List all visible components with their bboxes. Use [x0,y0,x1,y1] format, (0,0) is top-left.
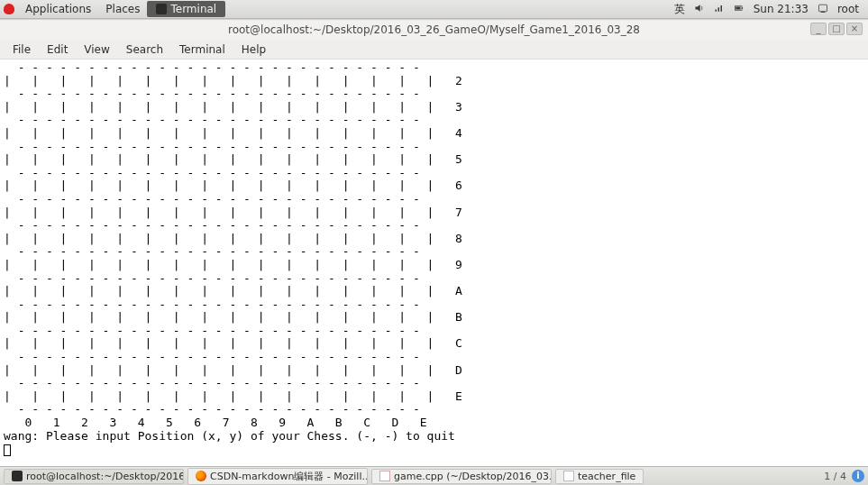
clock[interactable]: Sun 21:33 [754,3,809,15]
active-app-label: Terminal [170,3,216,15]
active-app-indicator[interactable]: Terminal [147,1,225,17]
top-panel: Applications Places Terminal 英 Sun 21:33… [0,0,868,19]
terminal-viewport[interactable]: - - - - - - - - - - - - - - - - - - - - … [0,59,868,466]
terminal-icon [156,4,167,14]
bottom-taskbar: root@localhost:~/Desktop/2016... CSDN-ma… [0,466,868,485]
ime-indicator[interactable]: 英 [674,2,685,17]
applications-menu[interactable]: Applications [18,3,98,15]
network-icon[interactable] [714,3,725,16]
window-titlebar[interactable]: root@localhost:~/Desktop/2016_03_26_Game… [0,20,868,40]
terminal-output: - - - - - - - - - - - - - - - - - - - - … [4,61,864,456]
svg-rect-2 [720,5,722,12]
terminal-icon [12,471,23,481]
svg-rect-1 [717,7,719,12]
svg-rect-7 [821,11,826,12]
terminal-cursor [4,444,11,456]
svg-rect-0 [715,9,717,11]
gedit-icon [379,471,390,481]
system-tray: 英 Sun 21:33 root [674,2,864,17]
task-label: game.cpp (~/Desktop/2016_03.... [394,471,552,482]
task-gedit[interactable]: game.cpp (~/Desktop/2016_03.... [371,469,552,484]
task-firefox[interactable]: CSDN-markdown编辑器 - Mozill... [187,468,368,485]
task-document[interactable]: teacher_file [555,469,644,484]
task-terminal[interactable]: root@localhost:~/Desktop/2016... [4,469,184,484]
places-menu[interactable]: Places [98,3,147,15]
user-label[interactable]: root [837,3,859,15]
menu-search[interactable]: Search [119,41,170,58]
svg-rect-6 [818,5,827,12]
task-label: root@localhost:~/Desktop/2016... [26,471,184,482]
menu-edit[interactable]: Edit [40,41,75,58]
svg-rect-4 [742,7,743,9]
minimize-button[interactable]: _ [810,23,827,35]
battery-icon[interactable] [734,3,745,16]
window-title: root@localhost:~/Desktop/2016_03_26_Game… [228,23,640,36]
terminal-window: root@localhost:~/Desktop/2016_03_26_Game… [0,19,868,466]
menu-help[interactable]: Help [234,41,273,58]
menubar: File Edit View Search Terminal Help [0,40,868,59]
menu-view[interactable]: View [77,41,116,58]
task-label: teacher_file [578,471,635,482]
close-button[interactable]: × [846,23,863,35]
task-label: CSDN-markdown编辑器 - Mozill... [210,470,368,483]
workspace-indicator[interactable]: 1 / 4 [818,471,852,482]
maximize-button[interactable]: □ [828,23,845,35]
svg-rect-5 [736,6,740,9]
distro-icon [4,4,14,14]
info-icon[interactable]: i [852,470,864,482]
menu-file[interactable]: File [5,41,38,58]
volume-icon[interactable] [694,3,705,16]
document-icon [563,471,574,481]
menu-terminal[interactable]: Terminal [172,41,233,58]
user-icon [818,3,828,16]
firefox-icon [196,471,206,481]
